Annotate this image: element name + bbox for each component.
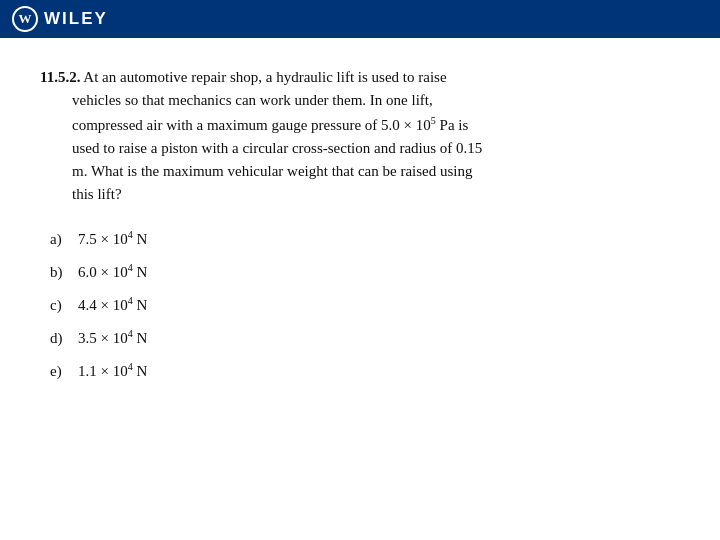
answer-c-exp: 4: [128, 295, 133, 306]
answer-a-label: a): [50, 231, 70, 248]
answers-list: a) 7.5 × 104 N b) 6.0 × 104 N c) 4.4 × 1…: [40, 229, 680, 380]
question-line1: 11.5.2. At an automotive repair shop, a …: [40, 66, 680, 89]
logo-w-letter: W: [19, 11, 32, 27]
question-line5: m. What is the maximum vehicular weight …: [72, 160, 680, 183]
answer-e-exp: 4: [128, 361, 133, 372]
question-line2: vehicles so that mechanics can work unde…: [72, 89, 680, 112]
answer-d: d) 3.5 × 104 N: [50, 328, 680, 347]
answer-d-exp: 4: [128, 328, 133, 339]
answer-e-label: e): [50, 363, 70, 380]
answer-c-value: 4.4 × 104 N: [78, 295, 147, 314]
answer-c: c) 4.4 × 104 N: [50, 295, 680, 314]
answer-a-value: 7.5 × 104 N: [78, 229, 147, 248]
answer-b-value: 6.0 × 104 N: [78, 262, 147, 281]
answer-b-label: b): [50, 264, 70, 281]
answer-d-label: d): [50, 330, 70, 347]
answer-b: b) 6.0 × 104 N: [50, 262, 680, 281]
answer-c-label: c): [50, 297, 70, 314]
question-block: 11.5.2. At an automotive repair shop, a …: [40, 66, 680, 207]
answer-b-exp: 4: [128, 262, 133, 273]
wiley-wordmark: WILEY: [44, 9, 108, 29]
logo-circle: W: [12, 6, 38, 32]
answer-e-value: 1.1 × 104 N: [78, 361, 147, 380]
main-content: 11.5.2. At an automotive repair shop, a …: [0, 38, 720, 400]
header-bar: W WILEY: [0, 0, 720, 38]
question-line4: used to raise a piston with a circular c…: [72, 137, 680, 160]
answer-a-exp: 4: [128, 229, 133, 240]
question-line6: this lift?: [72, 183, 680, 206]
answer-a: a) 7.5 × 104 N: [50, 229, 680, 248]
wiley-logo: W WILEY: [12, 6, 108, 32]
answer-d-value: 3.5 × 104 N: [78, 328, 147, 347]
question-number: 11.5.2.: [40, 69, 80, 85]
question-line3: compressed air with a maximum gauge pres…: [72, 113, 680, 137]
answer-e: e) 1.1 × 104 N: [50, 361, 680, 380]
exp5: 5: [431, 115, 436, 126]
